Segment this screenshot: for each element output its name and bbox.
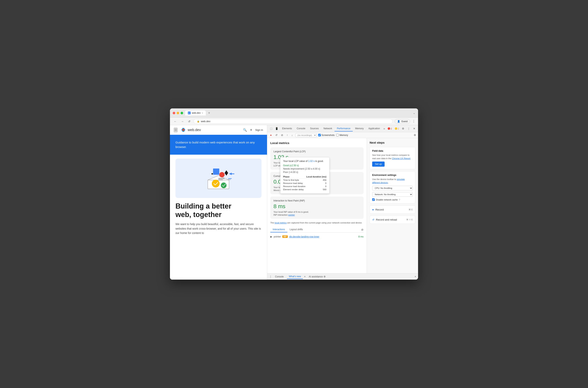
layout-shifts-tab[interactable]: Layout shifts: [287, 227, 305, 232]
sign-in-button[interactable]: Sign in: [255, 128, 263, 131]
lcp-name: Largest Contentful Paint (LCP): [274, 150, 360, 153]
reload-perf-button[interactable]: ↺: [274, 133, 279, 137]
site-hero: Guidance to build modern web experiences…: [170, 135, 267, 155]
tab-application[interactable]: Application: [366, 126, 383, 131]
secure-icon: 🔒: [197, 120, 200, 122]
upload-perf-button[interactable]: ↑: [286, 133, 289, 137]
back-button[interactable]: ←: [173, 120, 178, 123]
tab-console[interactable]: Console: [294, 126, 308, 131]
svg-point-8: [219, 172, 225, 177]
devtools-inspect-button[interactable]: ⬚: [269, 126, 274, 131]
interactions-filter-icon[interactable]: ⊘: [361, 228, 363, 231]
cache-checkbox[interactable]: [372, 198, 375, 201]
tooltip-col-phase: Phase: [283, 175, 306, 178]
site-title: web.dev: [188, 128, 201, 132]
profile-button[interactable]: 👤 Guest: [395, 119, 410, 124]
devtools-more-button[interactable]: ⋮: [406, 126, 411, 131]
tab-close-icon[interactable]: ×: [202, 112, 203, 114]
cpu-select[interactable]: CPU: No throttling: [372, 186, 413, 191]
refresh-button[interactable]: ↺: [187, 120, 192, 123]
devtools-area: ⬚ 📱 Elements Console Sources Network Per…: [267, 125, 418, 280]
more-options-button[interactable]: ⋮: [412, 120, 415, 123]
tooltip-row-erd: Element render delay560: [283, 188, 327, 191]
screenshots-checkbox-label[interactable]: Screenshots: [318, 134, 335, 137]
record-perf-button[interactable]: ●: [269, 133, 273, 137]
inp-value: 8 ms: [274, 203, 360, 210]
inp-name: Interaction to Next Paint (INP): [274, 199, 360, 202]
memory-checkbox-label[interactable]: Memory: [336, 134, 348, 137]
whats-new-close-button[interactable]: ×: [304, 275, 306, 278]
search-icon[interactable]: 🔍: [243, 128, 247, 132]
tab-sources[interactable]: Sources: [308, 126, 321, 131]
address-input[interactable]: 🔒 web.dev: [194, 119, 393, 124]
site-illustration: [176, 159, 261, 198]
more-tabs-button[interactable]: »: [383, 126, 386, 131]
site-nav: ☰ web.dev 🔍 ☀ Sign in: [170, 125, 267, 135]
network-select[interactable]: Network: No throttling: [372, 192, 413, 197]
local-metrics-link[interactable]: local metrics: [275, 221, 287, 224]
tab-elements[interactable]: Elements: [280, 126, 294, 131]
devtools-tabs: Elements Console Sources Network Perform…: [280, 126, 386, 131]
devtools-close-button[interactable]: ✕: [412, 126, 416, 131]
profile-label: Guest: [401, 120, 408, 123]
tab-performance[interactable]: Performance: [334, 126, 353, 131]
perf-settings-button[interactable]: ⚙: [414, 134, 416, 137]
setup-button[interactable]: Set up: [372, 162, 384, 167]
new-tab-button[interactable]: +: [206, 110, 211, 116]
env-settings-title: Environment settings: [372, 174, 413, 176]
tab-network[interactable]: Network: [321, 126, 334, 131]
minimize-button[interactable]: [177, 112, 179, 114]
interaction-element-link[interactable]: div.devsite-landing-row-inner: [289, 235, 357, 238]
inp-pointer-link[interactable]: pointer: [288, 214, 295, 216]
devtools-right-icons: 🔴 2 🟡 2 ⚙ ⋮ ✕: [386, 126, 416, 131]
tooltip-row-rld: Resource load delay0: [283, 182, 327, 185]
close-button[interactable]: [173, 112, 175, 114]
screenshots-checkbox[interactable]: [318, 134, 321, 136]
svg-rect-7: [213, 169, 219, 175]
profile-icon: 👤: [397, 120, 400, 123]
record-card[interactable]: ● Record ⌘ E: [370, 205, 415, 214]
clear-perf-button[interactable]: ⊘: [280, 133, 284, 137]
svg-point-10: [221, 183, 227, 188]
record-shortcut: ⌘ E: [409, 208, 413, 211]
tab-memory[interactable]: Memory: [353, 126, 366, 131]
expand-icon[interactable]: ▶: [270, 235, 272, 238]
chrome-ux-link[interactable]: Chrome UX Report: [392, 157, 410, 160]
forward-button[interactable]: →: [180, 120, 185, 123]
devtools-device-button[interactable]: 📱: [274, 126, 280, 131]
website-area: ☰ web.dev 🔍 ☀ Sign in Guidance t: [170, 125, 267, 280]
site-nav-right: 🔍 ☀ Sign in: [243, 128, 263, 132]
interactions-tab[interactable]: Interactions: [270, 227, 287, 232]
bottom-ai-tab[interactable]: AI assistance ⚙: [307, 274, 328, 279]
cache-help-icon[interactable]: ?: [399, 198, 400, 201]
svg-text:w: w: [188, 112, 190, 114]
record-reload-card[interactable]: ↺ Record and reload ⌘ ⇧ E: [370, 216, 415, 224]
hamburger-button[interactable]: ☰: [174, 128, 178, 132]
window-chevron-button[interactable]: ⌄: [413, 111, 415, 115]
bottom-close-all-button[interactable]: ×: [414, 275, 416, 278]
bottom-menu-button[interactable]: ⋮: [269, 275, 272, 278]
svg-marker-6: [208, 176, 229, 180]
memory-checkbox[interactable]: [336, 134, 339, 136]
window-controls: ⌄: [413, 111, 415, 115]
download-perf-button[interactable]: ↓: [290, 133, 294, 137]
lcp-card: Largest Contentful Paint (LCP) 1.02 s Yo…: [270, 147, 363, 170]
field-data-desc: See how your local metrics compare to re…: [372, 153, 413, 160]
active-tab[interactable]: w web.dev ×: [185, 110, 206, 116]
env-settings: CPU: No throttling Network: No throttlin…: [372, 186, 413, 201]
simulate-devices-link[interactable]: simulate different devices: [372, 178, 405, 184]
theme-icon[interactable]: ☀: [250, 128, 253, 132]
svg-marker-17: [229, 172, 234, 175]
recordings-select[interactable]: (no recordings): [295, 133, 317, 137]
next-steps-panel: Next steps Field data See how your local…: [367, 138, 418, 273]
tab-bar: w web.dev × +: [185, 110, 411, 116]
svg-point-4: [182, 129, 184, 131]
inp-desc: Your local INP value of 8 ms is good.: [274, 211, 360, 213]
settings-button[interactable]: ⚙: [401, 126, 406, 131]
ai-icon: ⚙: [324, 275, 326, 278]
devtools-main: Local metrics Largest Contentful Paint (…: [267, 138, 418, 273]
env-settings-card: Environment settings Use the device tool…: [370, 171, 415, 203]
bottom-whats-new-tab[interactable]: What's new: [287, 274, 303, 279]
bottom-console-tab[interactable]: Console: [273, 274, 286, 279]
maximize-button[interactable]: [180, 112, 183, 114]
